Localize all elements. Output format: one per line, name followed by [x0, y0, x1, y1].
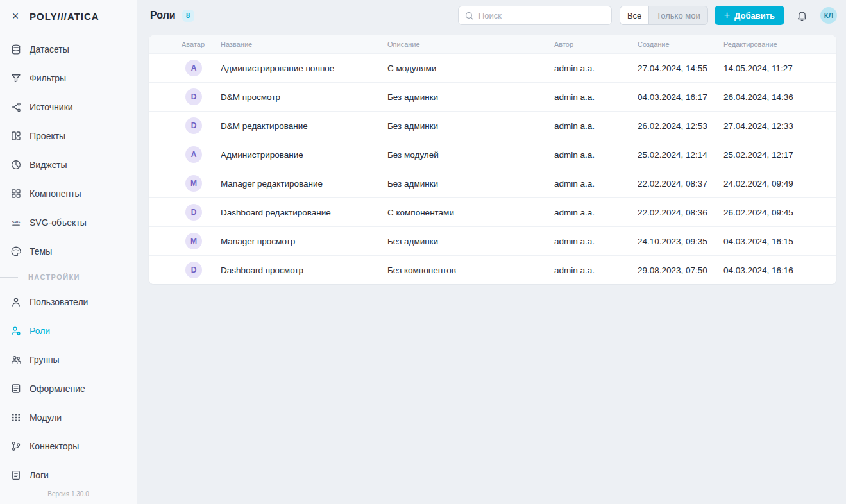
sidebar-item-label: Датасеты [30, 44, 69, 55]
role-created: 29.08.2023, 07:50 [638, 265, 723, 275]
divider [0, 277, 18, 278]
table-row[interactable]: A Администрирование полное С модулями ad… [149, 53, 836, 82]
sidebar-item-sources[interactable]: Источники [0, 92, 137, 121]
search-box [458, 6, 612, 25]
role-name: Администрирование [221, 150, 387, 160]
sidebar-item-label: Коннекторы [30, 441, 79, 451]
role-avatar: A [185, 146, 202, 163]
role-avatar: D [185, 204, 202, 221]
app-window: × POLY///ATICA Датасеты Фильтры Источ [0, 0, 846, 504]
user-avatar[interactable]: КЛ [820, 7, 837, 24]
sidebar-header: × POLY///ATICA [0, 0, 137, 32]
role-author: admin a.a. [554, 179, 638, 189]
role-avatar: M [185, 175, 202, 192]
role-author: admin a.a. [554, 150, 638, 160]
table-row[interactable]: A Администрирование Без модулей admin a.… [149, 140, 836, 169]
sidebar-item-modules[interactable]: Модули [0, 403, 137, 432]
table-row[interactable]: M Manager редактирование Без админки adm… [149, 169, 836, 197]
search-input[interactable] [478, 11, 605, 21]
sidebar-item-label: Источники [30, 102, 73, 112]
sidebar-item-themes[interactable]: Темы [0, 237, 137, 265]
role-name: D&M просмотр [221, 92, 387, 102]
sidebar-item-users[interactable]: Пользователи [0, 287, 137, 316]
sidebar-item-label: Модули [30, 412, 62, 423]
roles-table: Аватар Название Описание Автор Создание … [149, 35, 836, 284]
table-row[interactable]: D Dashboard просмотр Без компонентов adm… [149, 255, 836, 284]
page-title: Роли [150, 10, 176, 21]
sidebar-item-datasets[interactable]: Датасеты [0, 35, 137, 63]
filter-mine-button[interactable]: Только мои [649, 6, 707, 24]
role-created: 25.02.2024, 12:14 [638, 150, 723, 160]
add-button-label: Добавить [734, 11, 775, 21]
column-header-edited: Редактирование [723, 40, 836, 48]
column-header-name: Название [221, 40, 387, 48]
sidebar-item-label: Роли [30, 326, 50, 336]
table-row[interactable]: D Dashboard редактирование С компонентам… [149, 197, 836, 226]
database-icon [10, 44, 22, 55]
list-card-icon [10, 383, 22, 394]
role-created: 04.03.2024, 16:17 [638, 92, 723, 102]
users-icon [10, 354, 22, 365]
sidebar: × POLY///ATICA Датасеты Фильтры Источ [0, 0, 137, 504]
role-created: 26.02.2024, 12:53 [638, 121, 723, 131]
role-edited: 27.04.2024, 12:33 [723, 121, 836, 131]
topbar: Роли 8 Все Только мои + Добавить КЛ [137, 0, 846, 31]
role-description: Без компонентов [387, 265, 554, 275]
logo: POLY///ATICA [30, 11, 99, 22]
sidebar-item-filters[interactable]: Фильтры [0, 63, 137, 92]
sidebar-nav: Датасеты Фильтры Источники Проекты [0, 32, 137, 489]
role-avatar: A [185, 60, 202, 76]
role-edited: 24.02.2024, 09:49 [723, 179, 836, 189]
role-avatar: D [185, 117, 202, 134]
role-author: admin a.a. [554, 237, 638, 246]
filter-segmented-control: Все Только мои [620, 6, 708, 25]
role-avatar: D [185, 88, 202, 105]
sidebar-item-roles[interactable]: Роли [0, 316, 137, 345]
column-header-avatar: Аватар [149, 40, 221, 48]
funnel-icon [10, 72, 22, 84]
role-edited: 25.02.2024, 12:17 [723, 150, 836, 160]
table-header-row: Аватар Название Описание Автор Создание … [149, 35, 836, 53]
sidebar-item-label: Фильтры [30, 73, 66, 83]
role-name: Manager просмотр [221, 237, 387, 246]
document-icon [10, 469, 22, 481]
role-description: Без модулей [387, 150, 554, 160]
sidebar-item-appearance[interactable]: Оформление [0, 374, 137, 403]
sidebar-item-projects[interactable]: Проекты [0, 121, 137, 150]
role-author: admin a.a. [554, 92, 638, 102]
sidebar-item-label: Пользователи [30, 297, 88, 307]
sidebar-item-label: Темы [30, 246, 52, 256]
close-icon[interactable]: × [9, 10, 22, 22]
sidebar-item-label: Компоненты [30, 189, 81, 199]
filter-all-button[interactable]: Все [620, 6, 649, 24]
user-icon [10, 296, 22, 308]
notifications-bell-icon[interactable] [796, 9, 809, 22]
sidebar-item-label: Виджеты [30, 160, 67, 170]
table-row[interactable]: D D&M редактирование Без админки admin a… [149, 111, 836, 140]
branch-icon [10, 441, 22, 452]
role-edited: 26.02.2024, 09:45 [723, 208, 836, 217]
grid-dots-icon [10, 412, 22, 423]
role-edited: 04.03.2024, 16:16 [723, 265, 836, 275]
settings-section-header: НАСТРОЙКИ [0, 267, 137, 287]
table-row[interactable]: D D&M просмотр Без админки admin a.a. 04… [149, 82, 836, 111]
role-author: admin a.a. [554, 265, 638, 275]
svg-text:SVG: SVG [12, 219, 21, 223]
role-description: Без админки [387, 179, 554, 189]
pie-chart-icon [10, 159, 22, 171]
sidebar-item-components[interactable]: Компоненты [0, 179, 137, 208]
table-row[interactable]: M Manager просмотр Без админки admin a.a… [149, 226, 836, 255]
role-name: Dashboard редактирование [221, 208, 387, 217]
app-version: Версия 1.30.0 [0, 485, 137, 504]
role-description: Без админки [387, 121, 554, 131]
sidebar-item-svg-objects[interactable]: SVG SVG-объекты [0, 208, 137, 237]
sidebar-item-connectors[interactable]: Коннекторы [0, 432, 137, 460]
sidebar-item-widgets[interactable]: Виджеты [0, 150, 137, 179]
role-description: С компонентами [387, 208, 554, 217]
sidebar-item-groups[interactable]: Группы [0, 345, 137, 374]
role-author: admin a.a. [554, 208, 638, 217]
add-button[interactable]: + Добавить [715, 6, 784, 25]
role-description: С модулями [387, 63, 554, 73]
role-created: 24.10.2023, 09:35 [638, 237, 723, 246]
sidebar-item-label: Проекты [30, 131, 65, 141]
